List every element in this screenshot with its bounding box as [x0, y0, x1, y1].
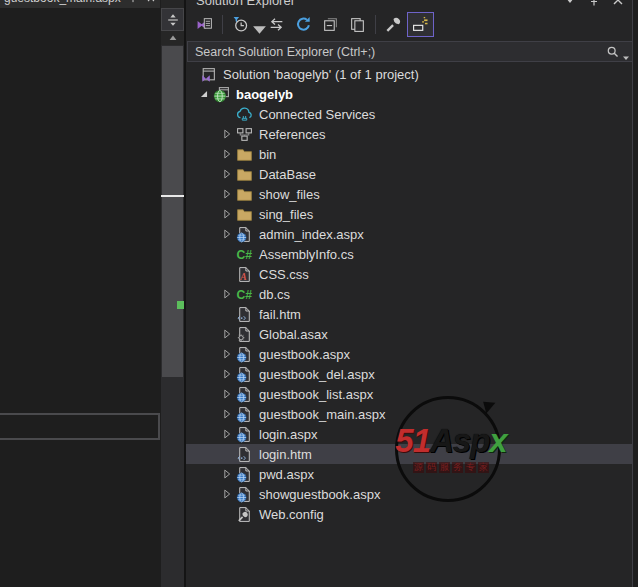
expand-arrow-icon[interactable] [217, 326, 236, 342]
tree-item-label: Global.asax [259, 327, 328, 342]
tree-item[interactable]: DataBase [186, 164, 632, 184]
preview-selected-items-button[interactable] [407, 12, 434, 37]
asax-file-icon [236, 326, 253, 343]
scrollbar-thumb[interactable] [162, 46, 183, 377]
close-button[interactable] [610, 0, 626, 8]
tree-item[interactable]: baogelyb [186, 84, 632, 104]
tree-item[interactable]: References [186, 124, 632, 144]
auto-hide-button[interactable] [586, 0, 602, 8]
scrollbar-up-button[interactable] [161, 31, 184, 45]
editor-element-outline [0, 413, 160, 440]
collapse-arrow-icon[interactable] [194, 86, 213, 102]
panel-title: Solution Explorer [196, 0, 554, 8]
tree-item-label: show_files [259, 187, 320, 202]
window-buttons [554, 0, 626, 8]
arrow-spacer [217, 246, 236, 262]
tree-item-label: CSS.css [259, 267, 309, 282]
search-box[interactable] [187, 41, 636, 62]
search-input[interactable] [188, 45, 606, 59]
expand-arrow-icon[interactable] [217, 186, 236, 202]
tab-pin-icon[interactable] [127, 0, 139, 4]
tree-item[interactable]: ACSS.css [186, 264, 632, 284]
collapse-all-button[interactable] [317, 12, 344, 37]
window-position-button[interactable] [562, 0, 578, 8]
tree-item[interactable]: guestbook_list.aspx [186, 384, 632, 404]
tree-item-label: bin [259, 147, 276, 162]
expand-arrow-icon[interactable] [217, 226, 236, 242]
expand-arrow-icon[interactable] [217, 126, 236, 142]
tree-item[interactable]: C#db.cs [186, 284, 632, 304]
folder-icon [236, 186, 253, 203]
svg-text:A: A [239, 271, 246, 282]
tab-close-icon[interactable] [145, 0, 157, 4]
switch-views-button[interactable] [191, 12, 218, 37]
refresh-icon [295, 16, 312, 33]
tree-item-label: References [259, 127, 325, 142]
expand-arrow-icon[interactable] [217, 286, 236, 302]
tree-item[interactable]: Solution 'baogelyb' (1 of 1 project) [186, 64, 632, 84]
pending-changes-filter-button[interactable] [227, 12, 263, 37]
scrollbar-caret-mark [161, 195, 184, 197]
sync-with-active-document-button[interactable] [263, 12, 290, 37]
tree-item[interactable]: C#AssemblyInfo.cs [186, 244, 632, 264]
dropdown-caret-icon[interactable] [251, 21, 259, 29]
tree-item[interactable]: login.htm [186, 444, 632, 464]
editor-splitter-handle[interactable] [161, 8, 184, 31]
arrow-spacer [217, 506, 236, 522]
show-all-files-button[interactable] [344, 12, 371, 37]
search-icon[interactable] [606, 45, 620, 59]
tree-item[interactable]: Web.config [186, 504, 632, 524]
properties-button[interactable] [380, 12, 407, 37]
pending-filter-icon [232, 16, 249, 33]
solution-tree: Solution 'baogelyb' (1 of 1 project)baog… [186, 64, 632, 524]
tree-item-label: guestbook_main.aspx [259, 407, 385, 422]
aspx-file-icon [236, 386, 253, 403]
tree-item-label: Web.config [259, 507, 324, 522]
expand-arrow-icon[interactable] [217, 346, 236, 362]
tree-item[interactable]: pwd.aspx [186, 464, 632, 484]
tree-item-label: Solution 'baogelyb' (1 of 1 project) [223, 67, 419, 82]
expand-arrow-icon[interactable] [217, 366, 236, 382]
tree-item[interactable]: Connected Services [186, 104, 632, 124]
tree-item[interactable]: fail.htm [186, 304, 632, 324]
tree-item[interactable]: guestbook_del.aspx [186, 364, 632, 384]
tree-item-label: baogelyb [236, 87, 293, 102]
panel-title-bar[interactable]: Solution Explorer [186, 0, 632, 9]
sync-icon [268, 16, 285, 33]
tree-item[interactable]: admin_index.aspx [186, 224, 632, 244]
tree-item-label: admin_index.aspx [259, 227, 364, 242]
expand-arrow-icon[interactable] [217, 206, 236, 222]
refresh-button[interactable] [290, 12, 317, 37]
tree-item[interactable]: showguestbook.aspx [186, 484, 632, 504]
tree-item-label: showguestbook.aspx [259, 487, 380, 502]
tree-item[interactable]: Global.asax [186, 324, 632, 344]
tree-item[interactable]: guestbook_main.aspx [186, 404, 632, 424]
editor-vertical-scrollbar[interactable] [161, 0, 184, 587]
collapse-all-icon [322, 16, 339, 33]
tree-item[interactable]: login.aspx [186, 424, 632, 444]
editor-pane: guestbook_main.aspx [0, 0, 186, 587]
tree-item-label: Connected Services [259, 107, 375, 122]
expand-arrow-icon[interactable] [217, 486, 236, 502]
tree-item[interactable]: bin [186, 144, 632, 164]
expand-arrow-icon[interactable] [217, 166, 236, 182]
tree-item[interactable]: sing_files [186, 204, 632, 224]
expand-arrow-icon[interactable] [217, 466, 236, 482]
tree-item-label: db.cs [259, 287, 290, 302]
tree-item-label: fail.htm [259, 307, 301, 322]
tree-item[interactable]: show_files [186, 184, 632, 204]
expand-arrow-icon[interactable] [217, 406, 236, 422]
tree-item-label: DataBase [259, 167, 316, 182]
search-icons[interactable] [606, 45, 635, 59]
arrow-spacer [217, 446, 236, 462]
search-dropdown-caret-icon[interactable] [622, 48, 630, 56]
scrollbar-change-mark [177, 301, 184, 309]
vs-window: guestbook_main.aspx Solution Explorer [0, 0, 638, 587]
expand-arrow-icon[interactable] [217, 386, 236, 402]
tree-item[interactable]: guestbook.aspx [186, 344, 632, 364]
expand-arrow-icon[interactable] [217, 146, 236, 162]
expand-arrow-icon[interactable] [217, 426, 236, 442]
tree-item-label: login.htm [259, 447, 312, 462]
switch-views-icon [196, 16, 213, 33]
document-tab[interactable]: guestbook_main.aspx [0, 0, 160, 8]
